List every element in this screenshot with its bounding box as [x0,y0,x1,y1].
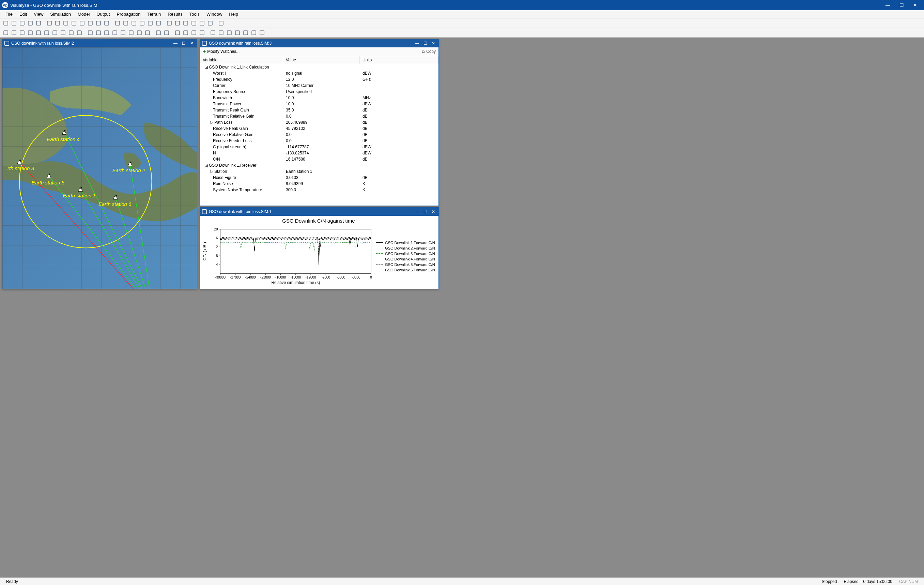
menu-help[interactable]: Help [226,11,242,18]
watches-group[interactable]: ◢GSO Downlink 1.Receiver [200,162,439,169]
watches-row[interactable]: Transmit Peak Gain35.0dBi [200,107,439,113]
sim-7-icon[interactable] [135,29,143,36]
sat-var-icon[interactable] [76,29,83,36]
child-maximize-button[interactable]: ☐ [422,209,428,215]
zoom-area-icon[interactable] [130,20,138,27]
tile-h-icon[interactable] [54,20,61,27]
export-icon[interactable] [163,29,170,36]
tile-v-icon[interactable] [62,20,69,27]
beam-icon[interactable] [10,29,18,36]
watches-row[interactable]: ▷Path Loss205.469889dB [200,119,439,126]
grid2-icon[interactable] [182,29,190,36]
child-minimize-button[interactable]: — [414,209,420,215]
modify-watches-button[interactable]: Modify Watches... [207,49,239,54]
sim-4-icon[interactable] [111,29,119,36]
paste-icon[interactable] [35,20,42,27]
grid3-icon[interactable] [190,29,198,36]
map2d-icon[interactable] [95,20,102,27]
menu-edit[interactable]: Edit [16,11,30,18]
copy-button[interactable]: ⧉ Copy [422,49,436,54]
menu-model[interactable]: Model [74,11,93,18]
sim-6-icon[interactable] [127,29,135,36]
sim-8-icon[interactable] [144,29,151,36]
map3d-icon[interactable] [103,20,111,27]
watches-row[interactable]: N-130.825374dBW [200,150,439,156]
column-units[interactable]: Units [360,56,439,64]
child-close-button[interactable]: ✕ [430,209,436,215]
step-back-icon[interactable] [174,20,181,27]
child-minimize-button[interactable]: — [172,40,178,46]
copy-icon[interactable] [26,20,34,27]
grid1-icon[interactable] [174,29,181,36]
watches-row[interactable]: Receive Relative Gain0.0dB [200,132,439,138]
zoom-in-icon[interactable] [138,20,146,27]
sat-edit-icon[interactable] [68,29,75,36]
pan-icon[interactable] [122,20,129,27]
watches-row[interactable]: Bandwidth10.0MHz [200,95,439,101]
path-icon[interactable] [35,29,42,36]
menu-simulation[interactable]: Simulation [47,11,74,18]
info-icon[interactable] [217,20,225,27]
sim-1-icon[interactable] [87,29,94,36]
arrange-icon[interactable] [78,20,86,27]
watches-row[interactable]: Rain Noise9.049399K [200,181,439,187]
fast-forward-icon[interactable] [206,20,214,27]
child-titlebar-map[interactable]: GSO downlink with rain loss.SIM:2 — ☐ ✕ [2,39,197,47]
sat-add-icon[interactable] [59,29,67,36]
menu-view[interactable]: View [30,11,47,18]
clock-icon[interactable] [166,20,173,27]
watches-row[interactable]: C (signal strength)-114.677787dBW [200,144,439,150]
column-variable[interactable]: Variable [200,56,283,64]
watches-row[interactable]: Frequency12.0GHz [200,76,439,83]
child-maximize-button[interactable]: ☐ [181,40,187,46]
watches-row[interactable]: Receive Peak Gain45.792102dBi [200,126,439,132]
grid4-icon[interactable] [198,29,206,36]
new-file-icon[interactable] [2,20,10,27]
pointer-icon[interactable] [114,20,121,27]
play-icon[interactable] [198,20,206,27]
window-maximize-button[interactable]: ☐ [895,0,908,10]
annotate-icon[interactable] [155,20,162,27]
map-view[interactable]: rth station 3Earth station 4Earth statio… [2,47,197,289]
group-icon[interactable] [43,29,50,36]
watches-row[interactable]: Transmit Relative Gain0.0dB [200,113,439,119]
layer1-icon[interactable] [209,29,217,36]
link-icon[interactable] [18,29,26,36]
watches-row[interactable]: C/N16.147586dB [200,156,439,162]
window-close-button[interactable]: ✕ [908,0,922,10]
watches-row[interactable]: Noise Figure3.0103dB [200,175,439,181]
network-icon[interactable] [26,29,34,36]
watches-row[interactable]: Carrier10 MHz Carrier [200,83,439,89]
menu-output[interactable]: Output [93,11,113,18]
watches-row[interactable]: Frequency SourceUser specified [200,89,439,95]
arrow-icon[interactable] [51,29,59,36]
layer2-icon[interactable] [217,29,225,36]
child-close-button[interactable]: ✕ [189,40,195,46]
child-minimize-button[interactable]: — [414,40,420,46]
cascade-icon[interactable] [70,20,78,27]
pause-icon[interactable] [190,20,198,27]
sigma-icon[interactable] [155,29,162,36]
child-maximize-button[interactable]: ☐ [422,40,428,46]
layer5-icon[interactable] [242,29,249,36]
sim-2-icon[interactable] [95,29,102,36]
stop-icon[interactable] [182,20,190,27]
table-icon[interactable] [87,20,94,27]
menu-tools[interactable]: Tools [186,11,203,18]
child-titlebar-watches[interactable]: GSO downlink with rain loss.SIM:3 — ☐ ✕ [200,39,439,47]
menu-propagation[interactable]: Propagation [113,11,144,18]
menu-terrain[interactable]: Terrain [144,11,165,18]
sim-3-icon[interactable] [103,29,111,36]
watches-row[interactable]: ▷StationEarth station 1 [200,169,439,175]
menu-file[interactable]: File [2,11,16,18]
zoom-out-icon[interactable] [147,20,154,27]
menu-window[interactable]: Window [203,11,226,18]
watches-group[interactable]: ◢GSO Downlink 1.Link Calculation [200,64,439,70]
layer6-icon[interactable] [250,29,257,36]
layer3-icon[interactable] [226,29,233,36]
watches-row[interactable]: System Noise Temperature300.0K [200,187,439,193]
watches-row[interactable]: Receive Feeder Loss0.0dB [200,138,439,144]
antenna-icon[interactable] [2,29,10,36]
watches-grid[interactable]: ◢GSO Downlink 1.Link CalculationWorst In… [200,64,439,206]
child-titlebar-chart[interactable]: GSO downlink with rain loss.SIM:1 — ☐ ✕ [200,208,439,216]
